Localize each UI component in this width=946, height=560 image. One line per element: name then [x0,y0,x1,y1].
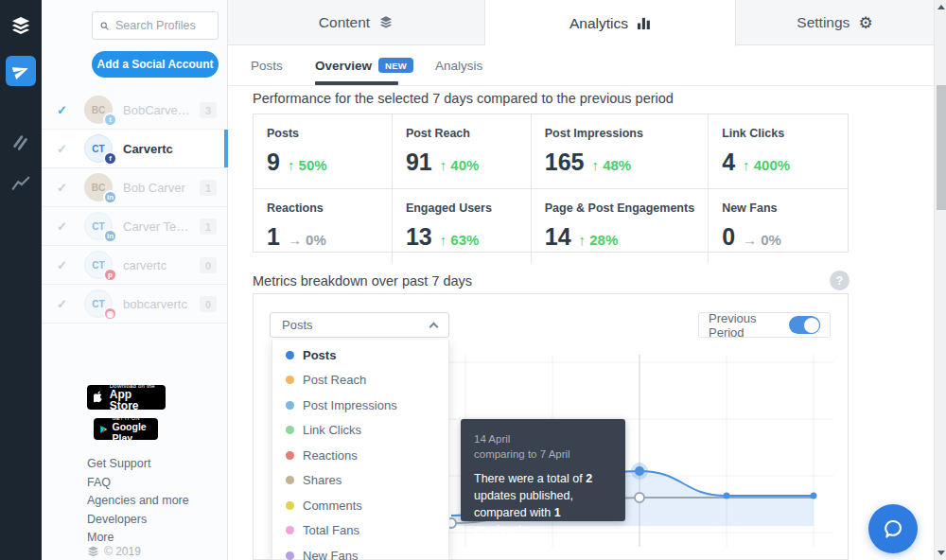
help-icon[interactable]: ? [830,271,850,290]
subtab-overview[interactable]: Overview NEW [315,45,413,85]
series-color-dot [286,526,294,534]
scrollbar-thumb[interactable] [937,85,946,210]
link-faq[interactable]: FAQ [87,476,189,489]
performance-cards: Posts 9↑ 50% Post Reach 91↑ 40% Post Imp… [253,114,849,253]
dropdown-option-post-reach[interactable]: Post Reach [272,368,448,394]
check-icon[interactable]: ✓ [57,219,72,234]
google-play-badge[interactable]: GET IT ON Google Play [94,418,158,440]
breakdown-heading: Metrics breakdown over past 7 days [253,273,472,289]
search-input[interactable] [115,19,210,32]
gear-icon: ⚙ [858,13,872,33]
avatar: CT f [84,134,113,163]
tab-analytics[interactable]: Analytics [485,0,736,46]
apple-icon [94,391,105,405]
scroll-up-arrow[interactable] [937,5,945,9]
profile-row-bob-carver-linkedin[interactable]: ✓ BC in Bob Carver 1 [42,168,228,207]
up-arrow-icon: ↑ [440,232,447,248]
facebook-badge-icon: f [103,151,117,166]
up-arrow-icon: ↑ [743,157,750,173]
profile-list: ✓ BC t BobCarverTC 3 ✓ CT f Carvertc ✓ B… [42,91,228,324]
chat-launcher-button[interactable] [868,504,918,553]
avatar: CT in [84,212,113,240]
main-tab-bar: Content Analytics Settings ⚙ [228,0,934,45]
tab-label: Content [319,14,370,31]
profile-name: bobcarvertc [123,297,187,311]
tab-settings[interactable]: Settings ⚙ [736,0,934,45]
scroll-down-arrow[interactable] [937,551,945,555]
copyright: © 2019 [87,545,141,558]
avatar: CT ◉ [84,289,113,318]
metric-card-post-impressions: Post Impressions 165↑ 48% [532,114,709,189]
profile-name: Bob Carver [123,181,185,195]
page-scrollbar[interactable] [934,0,946,560]
series-color-dot [286,501,294,510]
check-icon[interactable]: ✓ [57,142,72,156]
dropdown-option-shares[interactable]: Shares [272,468,448,494]
check-icon[interactable]: ✓ [57,181,72,195]
publish-nav-active[interactable] [6,56,36,86]
link-more[interactable]: More [87,531,189,544]
check-icon[interactable]: ✓ [57,297,72,311]
flat-arrow-icon: → [743,232,757,248]
avatar: BC t [84,96,113,124]
profile-row-carvertc-pinterest[interactable]: ✓ CT p carvertc 0 [42,246,228,285]
reply-nav-icon[interactable] [10,132,31,153]
dropdown-option-link-clicks[interactable]: Link Clicks [272,418,448,444]
link-get-support[interactable]: Get Support [87,457,189,470]
instagram-badge-icon: ◉ [103,306,117,321]
dropdown-option-comments[interactable]: Comments [272,493,448,518]
profile-row-carver-tech-linkedin[interactable]: ✓ CT in Carver Tech... 1 [42,207,228,246]
app-store-badge[interactable]: Download on the App Store [87,385,166,410]
search-icon [100,20,109,32]
google-play-icon [100,424,108,435]
dropdown-option-new-fans[interactable]: New Fans [272,543,448,560]
bar-chart-icon [637,16,651,30]
queue-count-badge: 0 [200,296,217,312]
previous-period-control: Previous Period [698,312,831,338]
metric-card-posts: Posts 9↑ 50% [254,114,393,189]
dropdown-option-posts[interactable]: Posts [272,342,448,368]
dropdown-option-reactions[interactable]: Reactions [272,443,448,468]
dropdown-option-post-impressions[interactable]: Post Impressions [272,393,448,418]
check-icon[interactable]: ✓ [57,258,72,272]
profile-name: BobCarverTC [123,103,191,117]
tab-content[interactable]: Content [228,0,485,45]
paper-plane-icon [12,62,29,79]
profile-row-bobcarvertc-twitter[interactable]: ✓ BC t BobCarverTC 3 [42,91,228,130]
previous-period-toggle[interactable] [789,316,820,334]
sidebar-links: Get Support FAQ Agencies and more Develo… [87,457,189,550]
profile-row-bobcarvertc-instagram[interactable]: ✓ CT ◉ bobcarvertc 0 [42,285,228,324]
performance-heading: Performance for the selected 7 days comp… [253,91,674,106]
series-color-dot [286,351,294,359]
buffer-small-icon [87,546,99,558]
metric-card-new-fans: New Fans 0→ 0% [709,189,848,263]
queue-count-badge: 0 [200,257,217,273]
metric-card-post-reach: Post Reach 91↑ 40% [393,114,532,189]
search-profiles-box [92,11,219,40]
chevron-up-icon [429,322,439,331]
new-badge: NEW [378,58,413,73]
chart-tooltip: 14 April comparing to 7 April There were… [461,419,625,521]
profile-row-carvertc-facebook[interactable]: ✓ CT f Carvertc [42,130,228,168]
metric-select[interactable]: Posts [270,312,449,338]
check-icon[interactable]: ✓ [57,103,72,117]
buffer-logo-icon[interactable] [10,16,31,37]
metric-select-value: Posts [282,318,313,332]
add-social-account-button[interactable]: Add a Social Account [92,51,219,78]
up-arrow-icon: ↑ [579,232,587,248]
series-color-dot [286,476,294,484]
dropdown-option-total-fans[interactable]: Total Fans [272,518,448,544]
linkedin-badge-icon: in [103,190,117,204]
link-developers[interactable]: Developers [87,513,189,526]
pinterest-badge-icon: p [103,268,117,282]
analyze-nav-icon[interactable] [10,174,31,195]
queue-count-badge: 1 [200,219,217,235]
twitter-badge-icon: t [103,113,117,127]
series-color-dot [286,426,294,434]
subtab-posts[interactable]: Posts [251,45,283,85]
metric-card-engaged-users: Engaged Users 13↑ 63% [393,189,532,263]
flat-arrow-icon: → [288,232,302,248]
link-agencies[interactable]: Agencies and more [87,494,189,507]
avatar: CT p [84,251,113,279]
subtab-analysis[interactable]: Analysis [435,45,482,85]
